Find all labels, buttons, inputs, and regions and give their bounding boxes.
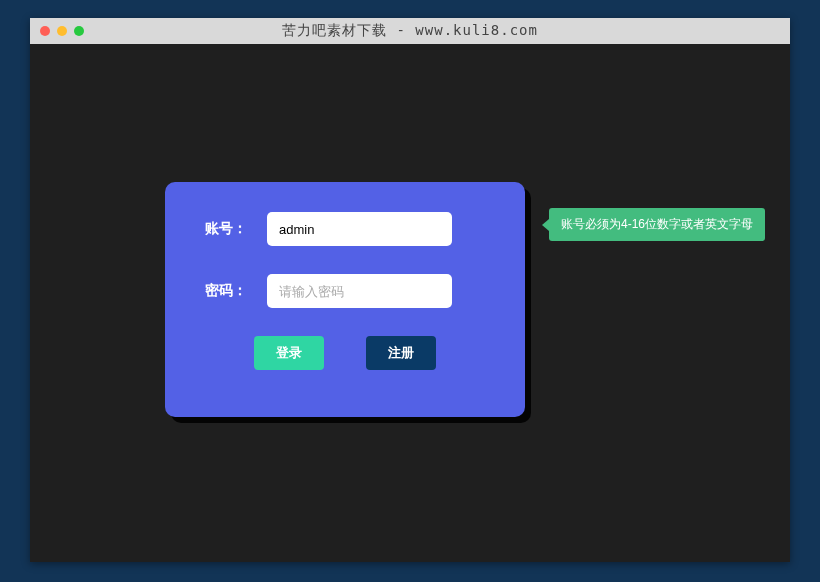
validation-tooltip: 账号必须为4-16位数字或者英文字母: [549, 208, 765, 241]
register-button[interactable]: 注册: [366, 336, 436, 370]
login-button[interactable]: 登录: [254, 336, 324, 370]
password-label: 密码：: [205, 282, 267, 300]
window-content: 账号： 密码： 登录 注册 账号必须为4-16位数字或者英文字母: [30, 44, 790, 562]
username-row: 账号：: [165, 212, 525, 246]
window-titlebar: 苦力吧素材下载 - www.kuli8.com: [30, 18, 790, 44]
username-label: 账号：: [205, 220, 267, 238]
login-card: 账号： 密码： 登录 注册: [165, 182, 525, 417]
traffic-lights: [40, 26, 84, 36]
minimize-icon[interactable]: [57, 26, 67, 36]
browser-window: 苦力吧素材下载 - www.kuli8.com 账号： 密码： 登录 注册 账号…: [30, 18, 790, 562]
maximize-icon[interactable]: [74, 26, 84, 36]
close-icon[interactable]: [40, 26, 50, 36]
window-title: 苦力吧素材下载 - www.kuli8.com: [30, 22, 790, 40]
username-input[interactable]: [267, 212, 452, 246]
password-input[interactable]: [267, 274, 452, 308]
password-row: 密码：: [165, 274, 525, 308]
button-row: 登录 注册: [165, 336, 525, 370]
